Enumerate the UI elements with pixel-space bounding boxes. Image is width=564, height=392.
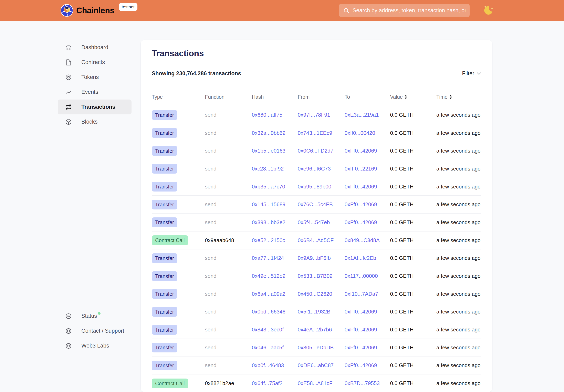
value-cell: 0.0 GETH (390, 255, 414, 261)
tx-type-badge: Contract Call (152, 235, 188, 245)
sidebar-item-web3-labs[interactable]: Web3 Labs (58, 338, 132, 353)
time-cell: a few seconds ago (436, 130, 481, 136)
tx-type-badge: Contract Call (152, 378, 188, 388)
filter-button[interactable]: Filter (462, 70, 481, 77)
to-link[interactable]: 0xFf0...42069 (344, 345, 377, 350)
from-link[interactable]: 0x6B4...Ad5CF (298, 237, 334, 243)
sidebar-item-tokens[interactable]: Tokens (58, 70, 132, 85)
function-cell: send (205, 112, 216, 118)
hash-link[interactable]: 0xb35...a7c70 (252, 183, 285, 190)
from-link[interactable]: 0x97f...78F91 (298, 112, 330, 118)
from-link[interactable]: 0x0C6...FD2d7 (298, 148, 333, 154)
to-link[interactable]: 0x1Af...fc2Eb (344, 255, 376, 261)
to-link[interactable]: 0x849...C3d8A (344, 237, 380, 243)
to-link[interactable]: 0xfF0...22169 (344, 166, 377, 172)
sort-value-icon[interactable] (404, 94, 407, 99)
to-link[interactable]: 0xFf0...42069 (344, 308, 377, 315)
to-link[interactable]: 0xFf0...42069 (344, 362, 377, 368)
globe-icon (65, 343, 72, 349)
hash-link[interactable]: 0xe52...2150c (252, 237, 285, 243)
value-cell: 0.0 GETH (390, 380, 414, 386)
function-cell: send (205, 148, 216, 154)
transactions-panel: Transactions Showing 230,764,286 transac… (141, 40, 492, 392)
from-link[interactable]: 0x305...eDbDB (298, 345, 334, 350)
top-header: Chainlens testnet (0, 0, 564, 21)
status-icon (65, 313, 72, 319)
hash-link[interactable]: 0x1b5...e0163 (252, 148, 286, 154)
sidebar-item-contracts[interactable]: Contracts (58, 55, 132, 70)
sidebar-item-transactions[interactable]: Transactions (58, 99, 132, 114)
from-link[interactable]: 0xe96...f6C73 (298, 166, 331, 172)
from-link[interactable]: 0x9A9...bF6fb (298, 255, 331, 261)
tx-type-badge: Transfer (152, 128, 177, 138)
hash-link[interactable]: 0xa77...1f424 (252, 255, 284, 261)
function-cell: send (205, 219, 216, 225)
from-link[interactable]: 0x5f4...547eb (298, 219, 330, 225)
search-bar[interactable] (339, 4, 470, 17)
hash-link[interactable]: 0x843...3ec0f (252, 326, 284, 333)
value-cell: 0.0 GETH (390, 219, 414, 225)
sidebar-item-dashboard[interactable]: Dashboard (58, 40, 132, 55)
table-row: Transfersend0xc28...1bf920xe96...f6C730x… (152, 160, 481, 178)
hash-link[interactable]: 0x145...15689 (252, 201, 286, 208)
tx-type-badge: Transfer (152, 146, 177, 156)
tx-type-badge: Transfer (152, 164, 177, 174)
from-link[interactable]: 0xb95...89b00 (298, 183, 331, 190)
sidebar-item-contact-support[interactable]: Contact / Support (58, 323, 132, 338)
table-row: Transfersend0x32a...0bb690x743...1EEc90x… (152, 124, 481, 142)
tx-type-badge: Transfer (152, 217, 177, 227)
sidebar-item-blocks[interactable]: Blocks (58, 114, 132, 129)
brand[interactable]: Chainlens testnet (60, 0, 138, 21)
to-link[interactable]: 0xFf0...42069 (344, 326, 377, 333)
sidebar-item-status[interactable]: Status (58, 308, 132, 323)
sort-time-icon[interactable] (449, 94, 452, 99)
chainlens-logo-icon (60, 4, 73, 17)
from-link[interactable]: 0x533...B7B09 (298, 273, 332, 279)
to-link[interactable]: 0xf10...7ADa7 (344, 291, 378, 297)
dark-mode-moon-icon[interactable] (483, 5, 494, 16)
to-link[interactable]: 0xff0...00420 (344, 130, 375, 136)
hash-link[interactable]: 0x6a4...a09a2 (252, 291, 286, 297)
value-cell: 0.0 GETH (390, 148, 414, 154)
hash-link[interactable]: 0x49e...512e9 (252, 273, 286, 279)
hash-link[interactable]: 0x680...aff75 (252, 112, 282, 118)
search-icon (343, 7, 349, 14)
from-link[interactable]: 0x76C...5c4FB (298, 201, 333, 208)
table-row: Transfersend0x843...3ec0f0x4eA...2b7b60x… (152, 321, 481, 338)
from-link[interactable]: 0x5f1...1932B (298, 308, 330, 315)
value-cell: 0.0 GETH (390, 166, 414, 172)
to-link[interactable]: 0xFf0...42069 (344, 201, 377, 208)
to-link[interactable]: 0xFf0...42069 (344, 148, 377, 154)
search-input[interactable] (353, 7, 466, 14)
hash-link[interactable]: 0xc28...1bf92 (252, 166, 284, 172)
from-link[interactable]: 0xE58...A81cF (298, 380, 332, 386)
time-cell: a few seconds ago (436, 237, 481, 243)
table-row: Transfersend0xb35...a7c700xb95...89b000x… (152, 178, 481, 196)
function-cell: send (205, 326, 216, 333)
filter-label: Filter (462, 70, 474, 77)
tx-type-badge: Transfer (152, 361, 177, 370)
hash-link[interactable]: 0x0bd...66346 (252, 308, 286, 315)
to-link[interactable]: 0xFf0...42069 (344, 219, 377, 225)
table-body: Transfersend0x680...aff750x97f...78F910x… (152, 106, 481, 392)
table-row: Transfersend0xb0f...464830xDE6...abC870x… (152, 357, 481, 375)
hash-link[interactable]: 0x398...bb3e2 (252, 219, 286, 225)
sidebar-item-label: Contracts (81, 59, 105, 66)
function-cell: send (205, 201, 216, 208)
from-link[interactable]: 0x743...1EEc9 (298, 130, 332, 136)
function-cell: send (205, 166, 216, 172)
from-link[interactable]: 0xDE6...abC87 (298, 362, 334, 368)
to-link[interactable]: 0xFf0...42069 (344, 183, 377, 190)
hash-link[interactable]: 0x32a...0bb69 (252, 130, 286, 136)
hash-link[interactable]: 0x64f...75af2 (252, 380, 282, 386)
hash-link[interactable]: 0xb0f...46483 (252, 362, 284, 368)
to-link[interactable]: 0xE3a...219a1 (344, 112, 379, 118)
to-link[interactable]: 0xB7D...79553 (344, 380, 380, 386)
hash-link[interactable]: 0x046...aac5f (252, 345, 284, 350)
to-link[interactable]: 0x117...00000 (344, 273, 378, 279)
from-link[interactable]: 0x450...C2620 (298, 291, 332, 297)
sidebar-item-events[interactable]: Events (58, 85, 132, 99)
column-header-value: Value (390, 94, 436, 100)
from-link[interactable]: 0x4eA...2b7b6 (298, 326, 332, 333)
transactions-icon (65, 104, 72, 110)
